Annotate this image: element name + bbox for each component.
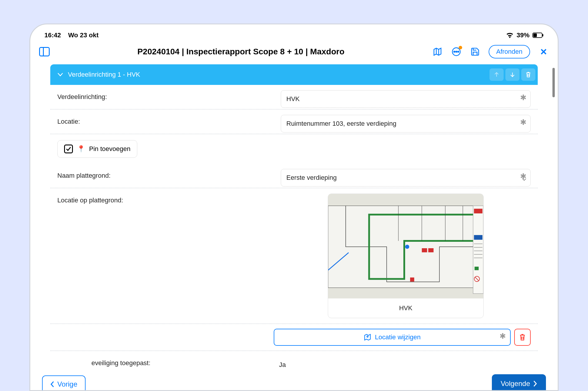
input-locatie[interactable]: Ruimtenummer 103, eerste verdieping <box>281 115 531 132</box>
battery-icon <box>532 33 544 38</box>
panel-header-actions <box>488 68 535 81</box>
notification-dot <box>459 46 462 49</box>
header-left <box>39 47 50 56</box>
next-button[interactable]: Volgende <box>492 374 546 391</box>
label-locatie-op: Locatie op plattegrond: <box>57 194 281 318</box>
previous-button[interactable]: Vorige <box>42 375 86 391</box>
change-location-label: Locatie wijzigen <box>375 333 420 341</box>
svg-point-5 <box>456 51 457 52</box>
afronden-button[interactable]: Afronden <box>489 45 530 58</box>
label-naam-plattegrond: Naam plattegrond: <box>57 169 281 179</box>
pin-checkbox[interactable] <box>64 145 73 153</box>
svg-rect-26 <box>475 267 479 270</box>
svg-rect-20 <box>474 235 482 240</box>
content-area: Verdeelinrichting 1 - HVK Verdeelinricht… <box>30 64 558 377</box>
required-icon: ✱ <box>520 118 527 127</box>
sidebar-toggle-icon[interactable] <box>39 47 50 56</box>
pin-toggle-button[interactable]: 📍 Pin toevoegen <box>57 140 137 158</box>
panel-title: Verdeelinrichting 1 - HVK <box>68 71 488 78</box>
required-icon: ✱ <box>520 93 527 102</box>
chevron-right-icon <box>533 380 537 387</box>
battery-percent: 39% <box>517 31 529 39</box>
select-naam-plattegrond[interactable]: Eerste verdieping <box>281 169 531 187</box>
status-bar: 16:42 Wo 23 okt 39% <box>30 24 558 41</box>
row-location-action: Locatie wijzigen ✱ <box>50 324 538 351</box>
move-up-button[interactable] <box>490 68 504 81</box>
floorplan-card[interactable]: HVK <box>328 194 484 318</box>
close-icon[interactable] <box>538 46 549 57</box>
svg-point-6 <box>457 51 459 52</box>
trash-icon <box>519 333 526 341</box>
row-beveiliging: eveiliging toegepast: Ja <box>50 351 538 376</box>
input-verdeelinrichting[interactable]: HVK <box>281 90 531 108</box>
svg-rect-19 <box>474 209 482 213</box>
delete-location-button[interactable] <box>514 329 531 346</box>
app-header: P20240104 | Inspectierapport Scope 8 + 1… <box>30 41 558 64</box>
label-locatie: Locatie: <box>57 115 281 125</box>
header-actions: Afronden <box>432 45 549 58</box>
map-icon[interactable] <box>432 46 443 57</box>
move-down-button[interactable] <box>505 68 519 81</box>
pin-label: Pin toevoegen <box>89 145 131 153</box>
status-date: Wo 23 okt <box>68 31 99 39</box>
next-label: Volgende <box>501 380 530 388</box>
wifi-icon <box>506 32 514 38</box>
tablet-frame: 16:42 Wo 23 okt 39% P20240104 | Inspecti… <box>29 24 559 391</box>
status-right: 39% <box>506 31 544 39</box>
floorplan-caption: HVK <box>328 298 483 318</box>
panel: Verdeelinrichting 1 - HVK Verdeelinricht… <box>50 64 538 376</box>
panel-header[interactable]: Verdeelinrichting 1 - HVK <box>50 64 538 85</box>
panel-body: Verdeelinrichting: HVK ✱ Locatie: Ruimte… <box>50 85 538 376</box>
status-left: 16:42 Wo 23 okt <box>44 31 98 39</box>
map-pin-icon <box>364 333 371 341</box>
label-beveiliging: eveiliging toegepast: <box>50 356 274 367</box>
chevron-left-icon <box>50 381 54 387</box>
svg-rect-15 <box>422 248 427 252</box>
status-time: 16:42 <box>44 31 61 39</box>
more-icon[interactable] <box>451 46 462 57</box>
save-icon[interactable] <box>470 46 480 57</box>
svg-point-14 <box>405 245 409 249</box>
svg-rect-2 <box>542 34 543 36</box>
row-naam-plattegrond: Naam plattegrond: Eerste verdieping ✱ <box>50 164 538 188</box>
previous-label: Vorige <box>57 380 77 388</box>
row-verdeelinrichting: Verdeelinrichting: HVK ✱ <box>50 85 538 110</box>
pin-icon: 📍 <box>77 145 85 153</box>
required-icon: ✱ <box>500 332 506 341</box>
scroll-indicator[interactable] <box>552 68 555 97</box>
svg-rect-17 <box>410 278 414 282</box>
row-locatie-op-plattegrond: Locatie op plattegrond: <box>50 188 538 324</box>
delete-panel-button[interactable] <box>521 68 535 81</box>
svg-point-4 <box>454 51 455 52</box>
input-beveiliging[interactable]: Ja <box>274 356 531 373</box>
svg-point-29 <box>367 336 368 337</box>
row-pin: 📍 Pin toevoegen <box>50 134 538 164</box>
floorplan-image <box>328 194 483 298</box>
svg-rect-1 <box>533 33 537 37</box>
chevron-down-icon <box>57 71 63 78</box>
chevron-down-icon <box>522 177 527 182</box>
label-verdeelinrichting: Verdeelinrichting: <box>57 90 281 101</box>
svg-rect-16 <box>428 248 434 252</box>
page-title: P20240104 | Inspectierapport Scope 8 + 1… <box>57 47 425 56</box>
change-location-button[interactable]: Locatie wijzigen ✱ <box>274 329 511 346</box>
row-locatie: Locatie: Ruimtenummer 103, eerste verdie… <box>50 110 538 134</box>
